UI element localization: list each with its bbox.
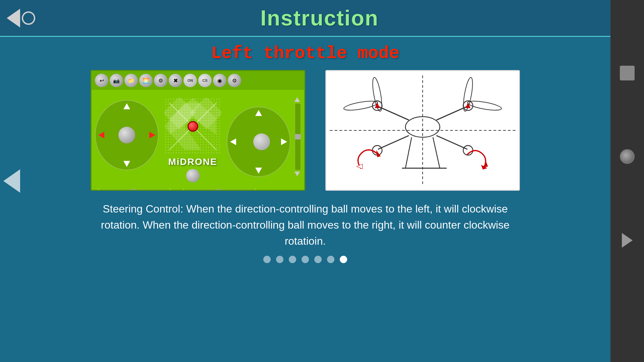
h-slider-left-arrow[interactable] [95,189,99,191]
v-slider-arrow-up-icon [294,97,300,102]
back-button[interactable] [7,9,35,27]
header: Instruction [0,0,610,37]
sidebar-back-arrow-icon[interactable] [622,233,633,248]
right-joystick-area [227,100,290,177]
svg-line-11 [378,106,409,120]
svg-line-13 [378,135,409,149]
pagination-dot-2[interactable] [276,256,283,263]
svg-point-19 [343,99,378,112]
drone-diagram-svg [326,71,519,190]
h-slider-right-container [180,189,259,191]
toolbar-icon-gear[interactable]: ⚙ [228,74,241,87]
v-slider-arrow-down-icon [294,172,300,176]
svg-line-24 [433,137,440,168]
horizontal-sliders [92,187,304,191]
h-slider-right-right-arrow[interactable] [255,189,259,191]
h-slider-right-handle [216,189,221,191]
left-joystick-area [95,93,159,187]
h-slider-left-right-arrow[interactable] [169,189,173,191]
controller-image: ↩ 📷 📁 🌅 ⚙ ✖ ON CS ◉ ⚙ [91,70,305,191]
h-slider-left-track[interactable] [101,189,168,191]
h-slider-right-track[interactable] [186,189,253,191]
brand-text: MiDRONE [168,157,217,167]
h-slider-left-container [95,189,173,191]
h-slider-left-handle [131,189,136,191]
pagination-dot-3[interactable] [289,256,296,263]
center-logo: MiDRONE [159,90,227,187]
drone-center-button[interactable] [187,121,198,132]
right-joystick-arrow-left [230,138,236,145]
pagination-dot-7[interactable] [340,256,347,263]
svg-line-14 [436,135,467,149]
images-row: ↩ 📷 📁 🌅 ⚙ ✖ ON CS ◉ ⚙ [91,70,520,191]
controller-body: MiDRONE [92,90,304,187]
description-text: Steering Control: When the direction-con… [79,201,532,249]
toolbar-icon-8[interactable]: ◉ [213,74,226,87]
pagination [263,256,347,263]
controller-toolbar: ↩ 📷 📁 🌅 ⚙ ✖ ON CS ◉ ⚙ [92,71,304,90]
right-joystick-arrow-up [255,110,262,116]
toolbar-icon-cs[interactable]: CS [198,74,212,87]
left-nav-button[interactable] [3,169,20,193]
sidebar-square-button[interactable] [620,66,635,80]
mode-title: Left throttle mode [211,44,399,63]
joystick-ball-left [118,127,135,143]
body-content: Left throttle mode ↩ 📷 📁 🌅 ⚙ ✖ ON CS ◉ ⚙ [0,37,610,362]
pagination-dot-5[interactable] [314,256,322,263]
joystick-ball-right [253,133,270,150]
pagination-dot-4[interactable] [302,256,309,263]
left-joystick[interactable] [95,100,159,170]
svg-point-21 [467,99,502,112]
svg-marker-28 [376,150,381,157]
page-title: Instruction [35,6,604,31]
toolbar-icon-5[interactable]: ⚙ [154,74,167,87]
toolbar-icon-1[interactable]: ↩ [95,74,108,87]
right-section [227,97,301,187]
vertical-slider[interactable] [295,103,301,170]
right-joystick[interactable] [227,107,290,177]
pagination-dot-6[interactable] [327,256,334,263]
h-slider-right-arrow[interactable] [180,189,184,191]
v-slider-handle [295,134,301,139]
back-circle-icon [22,11,35,25]
svg-line-12 [436,106,467,120]
toolbar-icon-on[interactable]: ON [183,74,197,87]
main-content: Instruction Left throttle mode ↩ 📷 📁 🌅 ⚙… [0,0,610,362]
sidebar-circle-button[interactable] [620,149,635,164]
gear-icon-center[interactable] [186,169,200,182]
right-joystick-arrow-down [255,168,262,174]
toolbar-icon-6[interactable]: ✖ [169,74,182,87]
drone-diagram [325,70,520,191]
toolbar-icon-4[interactable]: 🌅 [139,74,153,87]
joystick-arrow-right [149,132,155,138]
svg-line-23 [406,137,412,168]
back-arrow-icon [7,9,20,27]
joystick-arrow-up [123,103,130,109]
pagination-dot-1[interactable] [263,256,271,263]
joystick-arrow-left [98,132,104,138]
toolbar-icon-2[interactable]: 📷 [110,74,123,87]
left-nav-arrow-icon [3,169,20,193]
joystick-arrow-down [123,161,130,167]
right-joystick-arrow-right [281,138,287,145]
toolbar-icon-3[interactable]: 📁 [124,74,138,87]
vertical-slider-container [293,103,301,170]
right-sidebar [610,0,644,362]
